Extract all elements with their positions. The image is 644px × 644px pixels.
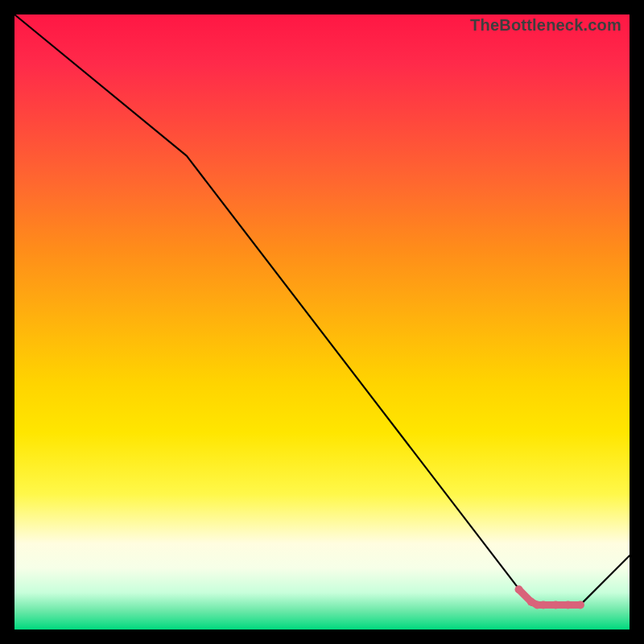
highlight-point: [515, 585, 523, 593]
highlight-segment: [515, 585, 584, 609]
highlight-point: [551, 601, 559, 609]
chart-overlay: [14, 14, 630, 630]
highlight-point: [564, 601, 572, 609]
chart-frame: TheBottleneck.com: [0, 0, 644, 644]
highlight-point: [539, 601, 547, 609]
main-curve-line: [14, 14, 630, 605]
highlight-point: [576, 601, 584, 609]
chart-plot-area: TheBottleneck.com: [14, 14, 630, 630]
